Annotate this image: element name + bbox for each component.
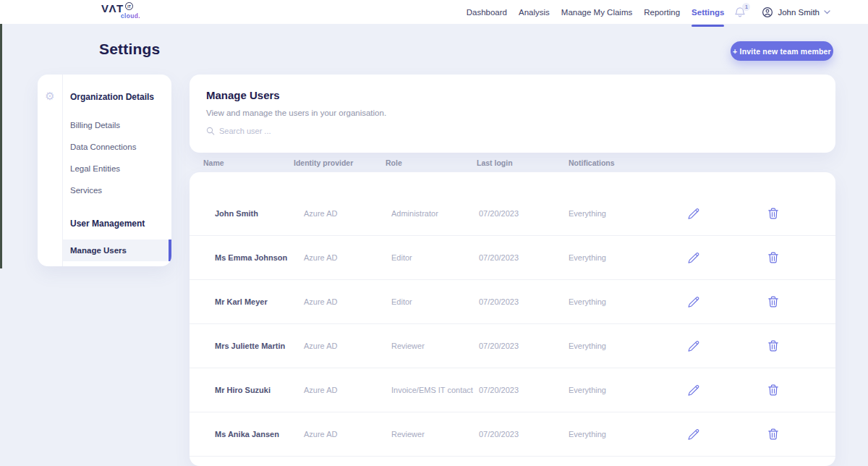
user-name-cell: Mrs Juliette Martin [203, 342, 294, 350]
sidebar-item-manage-users[interactable]: Manage Users [63, 240, 171, 261]
notifications-cell: Everything [569, 209, 660, 218]
last-login-cell: 07/20/2023 [477, 430, 569, 439]
sidebar-heading-user-management: User Management [63, 219, 171, 229]
page-title: Settings [99, 41, 160, 58]
trash-icon [767, 207, 779, 220]
column-header-name: Name [203, 158, 294, 167]
nav-item-analysis[interactable]: Analysis [519, 0, 550, 24]
users-table-header: Name Identity provider Role Last login N… [190, 153, 835, 172]
role-cell: Editor [386, 297, 477, 306]
delete-user-button[interactable] [726, 384, 821, 397]
last-login-cell: 07/20/2023 [477, 386, 569, 394]
notifications-cell: Everything [569, 297, 660, 306]
user-name-cell: Ms Emma Johnson [203, 253, 294, 262]
gear-icon: ⚙ [45, 90, 54, 266]
identity-provider-cell: Azure AD [294, 297, 386, 306]
sidebar-heading-organization-details: Organization Details [63, 92, 171, 102]
sidebar-item-services[interactable]: Services [63, 186, 171, 195]
column-header-role: Role [386, 158, 477, 167]
screen-edge-artifact [0, 24, 2, 268]
notifications-cell: Everything [569, 430, 660, 439]
primary-nav: Dashboard Analysis Manage My Claims Repo… [467, 0, 725, 24]
delete-user-button[interactable] [726, 428, 821, 441]
delete-user-button[interactable] [726, 251, 821, 264]
pencil-icon [687, 384, 699, 397]
notifications-cell: Everything [569, 342, 660, 350]
table-row: Mr Karl Meyer Azure AD Editor 07/20/2023… [190, 280, 835, 324]
user-name-cell: Mr Karl Meyer [203, 297, 294, 306]
edit-user-button[interactable] [660, 384, 726, 397]
identity-provider-cell: Azure AD [294, 430, 386, 439]
delete-user-button[interactable] [726, 339, 821, 352]
identity-provider-cell: Azure AD [294, 209, 386, 218]
table-row: Ms Anika Jansen Azure AD Reviewer 07/20/… [190, 412, 835, 457]
last-login-cell: 07/20/2023 [477, 342, 569, 350]
pencil-icon [687, 208, 699, 220]
sidebar-item-billing-details[interactable]: Billing Details [63, 121, 171, 130]
trash-icon [767, 339, 779, 352]
edit-user-button[interactable] [660, 428, 726, 441]
last-login-cell: 07/20/2023 [477, 253, 569, 262]
sidebar-item-data-connections[interactable]: Data Connections [63, 143, 171, 151]
brand-logo[interactable]: VΛT IT cloud. [101, 2, 142, 22]
identity-provider-cell: Azure AD [294, 386, 386, 394]
nav-item-settings[interactable]: Settings [692, 0, 724, 24]
column-header-identity-provider: Identity provider [294, 158, 386, 167]
delete-user-button[interactable] [726, 295, 821, 308]
search-icon [206, 127, 215, 135]
table-row: Mr Hiro Suzuki Azure AD Invoice/EMS IT c… [190, 368, 835, 412]
table-row: Ms Emma Johnson Azure AD Editor 07/20/20… [190, 236, 835, 280]
notifications-cell: Everything [569, 253, 660, 262]
search-user-field [206, 127, 835, 135]
nav-item-dashboard[interactable]: Dashboard [467, 0, 507, 24]
brand-logo-sub: cloud. [121, 12, 140, 20]
pencil-icon [687, 428, 699, 441]
table-row: Mrs Juliette Martin Azure AD Reviewer 07… [190, 324, 835, 368]
edit-user-button[interactable] [660, 340, 726, 352]
edit-user-button[interactable] [660, 252, 726, 264]
sidebar-icon-rail: ⚙ [38, 75, 63, 266]
trash-icon [767, 295, 779, 308]
user-name: John Smith [778, 8, 820, 17]
column-header-last-login: Last login [477, 158, 569, 167]
edit-user-button[interactable] [660, 296, 726, 308]
sidebar-item-legal-entities[interactable]: Legal Entities [63, 164, 171, 173]
notifications-button[interactable]: 1 [734, 7, 746, 18]
identity-provider-cell: Azure AD [294, 342, 386, 350]
manage-users-card: Manage Users View and manage the users i… [190, 75, 835, 153]
last-login-cell: 07/20/2023 [477, 209, 569, 218]
notification-badge: 1 [742, 3, 750, 11]
column-header-notifications: Notifications [569, 158, 835, 167]
pencil-icon [687, 296, 699, 308]
invite-team-member-button[interactable]: + Invite new team member [731, 41, 833, 61]
chevron-down-icon [824, 10, 830, 14]
last-login-cell: 07/20/2023 [477, 297, 569, 306]
user-name-cell: Ms Anika Jansen [203, 430, 294, 439]
user-avatar-icon [762, 7, 773, 18]
edit-user-button[interactable] [660, 208, 726, 220]
users-table-card: John Smith Azure AD Administrator 07/20/… [190, 172, 835, 466]
table-row: John Smith Azure AD Administrator 07/20/… [190, 192, 835, 236]
brand-logo-it-badge: IT [125, 2, 133, 10]
sidebar-menu: Organization Details Billing Details Dat… [63, 75, 171, 266]
settings-sidebar: ⚙ Organization Details Billing Details D… [38, 75, 171, 266]
role-cell: Editor [386, 253, 477, 262]
role-cell: Reviewer [386, 342, 477, 350]
search-user-input[interactable] [219, 127, 436, 135]
role-cell: Administrator [386, 209, 477, 218]
top-navigation-bar: VΛT IT cloud. Dashboard Analysis Manage … [0, 0, 868, 24]
nav-item-manage-my-claims[interactable]: Manage My Claims [561, 0, 632, 24]
nav-item-reporting[interactable]: Reporting [644, 0, 680, 24]
manage-users-subtitle: View and manage the users in your organi… [206, 109, 835, 117]
user-menu[interactable]: John Smith [762, 7, 830, 18]
pencil-icon [687, 252, 699, 264]
trash-icon [767, 384, 779, 397]
trash-icon [767, 428, 779, 441]
identity-provider-cell: Azure AD [294, 253, 386, 262]
role-cell: Invoice/EMS IT contact [386, 386, 477, 394]
delete-user-button[interactable] [726, 207, 821, 220]
role-cell: Reviewer [386, 430, 477, 439]
trash-icon [767, 251, 779, 264]
notifications-cell: Everything [569, 386, 660, 394]
pencil-icon [687, 340, 699, 352]
